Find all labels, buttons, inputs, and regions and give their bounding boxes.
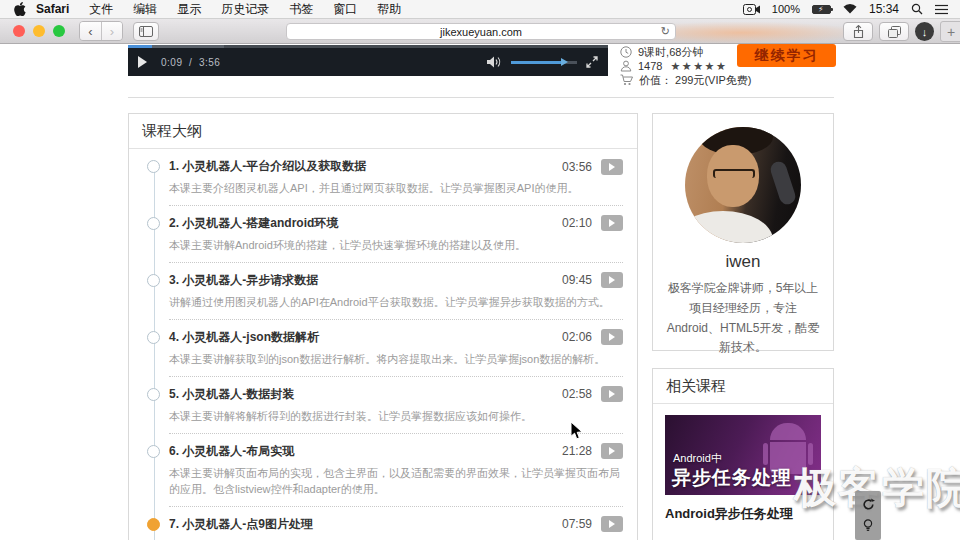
lesson-title[interactable]: 7. 小灵机器人-点9图片处理 <box>169 516 313 533</box>
course-outline-panel: 课程大纲 1. 小灵机器人-平台介绍以及获取数据 03:56 本课主要介绍图灵机… <box>128 113 638 540</box>
sidebar-toggle-button[interactable] <box>133 22 159 41</box>
window-close-button[interactable] <box>13 25 25 37</box>
lesson-row[interactable]: 2. 小灵机器人-搭建android环境 02:10 本课主要讲解Android… <box>169 206 623 263</box>
lesson-description: 本课主要讲解页面布局的实现，包含主界面，以及适配需要的界面效果，让学员掌握页面布… <box>169 466 623 498</box>
menu-items: 文件编辑显示历史记录书签窗口帮助 <box>89 1 421 18</box>
lesson-list: 1. 小灵机器人-平台介绍以及获取数据 03:56 本课主要介绍图灵机器人API… <box>129 149 637 540</box>
lesson-description: 讲解通过使用图灵机器人的API在Android平台获取数据。让学员掌握异步获取数… <box>169 295 623 311</box>
forward-button[interactable]: › <box>101 22 122 40</box>
lesson-description: 本课主要介绍图灵机器人API，并且通过网页获取数据。让学员掌握图灵API的使用。 <box>169 181 623 197</box>
reload-icon[interactable]: ↻ <box>661 26 670 37</box>
lesson-play-button[interactable] <box>601 329 623 345</box>
lesson-status-dot <box>147 274 160 287</box>
video-time: 0:09 / 3:56 <box>161 57 220 68</box>
menu-item[interactable]: 编辑 <box>133 1 157 18</box>
lesson-row[interactable]: 4. 小灵机器人-json数据解析 02:06 本课主要讲解获取到的json数据… <box>169 320 623 377</box>
apple-menu-icon[interactable] <box>14 2 26 16</box>
lesson-title[interactable]: 3. 小灵机器人-异步请求数据 <box>169 272 318 289</box>
wifi-icon[interactable] <box>843 4 857 14</box>
screen-recording-icon[interactable] <box>743 4 760 15</box>
course-price: 价值： 299元(VIP免费) <box>639 73 751 88</box>
volume-icon[interactable] <box>487 56 502 68</box>
student-count: 1478 <box>638 60 662 72</box>
play-button[interactable] <box>138 56 147 68</box>
lesson-status-dot <box>147 217 160 230</box>
lesson-play-button[interactable] <box>601 159 623 175</box>
battery-icon[interactable]: ⚡ <box>812 5 831 14</box>
lesson-title[interactable]: 2. 小灵机器人-搭建android环境 <box>169 215 338 232</box>
address-bar[interactable]: jikexueyuan.com ↻ <box>286 23 676 40</box>
fullscreen-icon[interactable] <box>586 56 598 68</box>
volume-slider[interactable] <box>511 61 577 64</box>
mouse-cursor <box>570 421 584 441</box>
new-tab-button[interactable]: + <box>940 21 960 42</box>
menu-item[interactable]: 帮助 <box>377 1 401 18</box>
thumbnail-subtitle: Android中 <box>673 451 722 466</box>
tab-overview-button[interactable] <box>879 22 909 41</box>
clock-icon <box>620 46 632 58</box>
lesson-title[interactable]: 6. 小灵机器人-布局实现 <box>169 443 294 460</box>
share-button[interactable] <box>843 22 873 41</box>
menu-bar-status: 100% ⚡ 15:34 <box>743 2 960 16</box>
menu-item[interactable]: 历史记录 <box>221 1 269 18</box>
window-minimize-button[interactable] <box>33 25 45 37</box>
lesson-row[interactable]: 5. 小灵机器人-数据封装 02:58 本课主要讲解将解析得到的数据进行封装。让… <box>169 377 623 434</box>
spotlight-search-icon[interactable] <box>911 3 923 15</box>
lesson-description: 本课主要讲解Android环境的搭建，让学员快速掌握环境的搭建以及使用。 <box>169 238 623 254</box>
lesson-duration: 03:56 <box>562 160 592 174</box>
video-controls: 0:09 / 3:56 <box>128 48 608 76</box>
menu-item[interactable]: 显示 <box>177 1 201 18</box>
lesson-status-dot <box>147 331 160 344</box>
instructor-name[interactable]: iwen <box>653 252 833 272</box>
lesson-play-button[interactable] <box>601 215 623 231</box>
lesson-row[interactable]: 1. 小灵机器人-平台介绍以及获取数据 03:56 本课主要介绍图灵机器人API… <box>169 149 623 206</box>
lesson-duration: 02:58 <box>562 387 592 401</box>
menu-clock[interactable]: 15:34 <box>869 2 899 16</box>
lesson-description: 本课主要讲解获取到的json数据进行解析。将内容提取出来。让学员掌握json数据… <box>169 352 623 368</box>
lesson-description: 本课主要讲解将解析得到的数据进行封装。让学员掌握数据应该如何操作。 <box>169 409 623 425</box>
lesson-row[interactable]: 3. 小灵机器人-异步请求数据 09:45 讲解通过使用图灵机器人的API在An… <box>169 263 623 320</box>
window-zoom-button[interactable] <box>53 25 65 37</box>
lesson-title[interactable]: 4. 小灵机器人-json数据解析 <box>169 329 319 346</box>
rating-stars: ★★★★★ <box>670 60 727 73</box>
lesson-duration: 02:10 <box>562 216 592 230</box>
menu-item[interactable]: 文件 <box>89 1 113 18</box>
lesson-play-button[interactable] <box>601 443 623 459</box>
downloads-button[interactable]: ↓ <box>915 22 934 41</box>
lesson-title[interactable]: 5. 小灵机器人-数据封装 <box>169 386 294 403</box>
course-duration: 9课时,68分钟 <box>638 45 703 60</box>
lesson-play-button[interactable] <box>601 272 623 288</box>
section-divider <box>128 97 834 98</box>
menu-app-name[interactable]: Safari <box>36 2 69 16</box>
instructor-avatar[interactable] <box>685 127 801 243</box>
lesson-duration: 09:45 <box>562 273 592 287</box>
student-icon <box>620 60 632 72</box>
lesson-duration: 07:59 <box>562 517 592 531</box>
lesson-play-button[interactable] <box>601 386 623 402</box>
refresh-icon[interactable] <box>862 498 875 511</box>
notification-center-icon[interactable] <box>935 4 948 15</box>
video-player[interactable]: 0:09 / 3:56 <box>128 45 608 76</box>
menu-item[interactable]: 窗口 <box>333 1 357 18</box>
related-title: 相关课程 <box>653 369 833 404</box>
instructor-bio: 极客学院金牌讲师，5年以上项目经理经历，专注Android、HTML5开发，酷爱… <box>663 279 823 358</box>
safari-toolbar: ‹ › jikexueyuan.com ↻ ↓ + <box>0 19 960 44</box>
lesson-duration: 21:28 <box>562 444 592 458</box>
outline-title: 课程大纲 <box>129 114 637 149</box>
lightbulb-icon[interactable] <box>863 519 873 533</box>
lesson-duration: 02:06 <box>562 330 592 344</box>
address-bar-url: jikexueyuan.com <box>440 26 522 38</box>
nav-buttons: ‹ › <box>79 21 123 41</box>
screen: { "menu_bar": { "app_name": "Safari", "i… <box>0 0 960 540</box>
cart-icon <box>620 74 633 86</box>
macos-menu-bar: Safari 文件编辑显示历史记录书签窗口帮助 100% ⚡ 15:34 <box>0 0 960 19</box>
back-button[interactable]: ‹ <box>80 22 101 40</box>
lesson-title[interactable]: 1. 小灵机器人-平台介绍以及获取数据 <box>169 158 366 175</box>
lesson-row[interactable]: 6. 小灵机器人-布局实现 21:28 本课主要讲解页面布局的实现，包含主界面，… <box>169 434 623 507</box>
menu-item[interactable]: 书签 <box>289 1 313 18</box>
lesson-status-dot <box>147 518 160 531</box>
floating-tool-widget[interactable] <box>855 491 881 540</box>
lesson-row[interactable]: 7. 小灵机器人-点9图片处理 07:59 本课主要讲解对于图片大小变化情况下图… <box>169 507 623 540</box>
lesson-play-button[interactable] <box>601 516 623 532</box>
continue-learning-button[interactable]: 继续学习 <box>737 44 836 67</box>
